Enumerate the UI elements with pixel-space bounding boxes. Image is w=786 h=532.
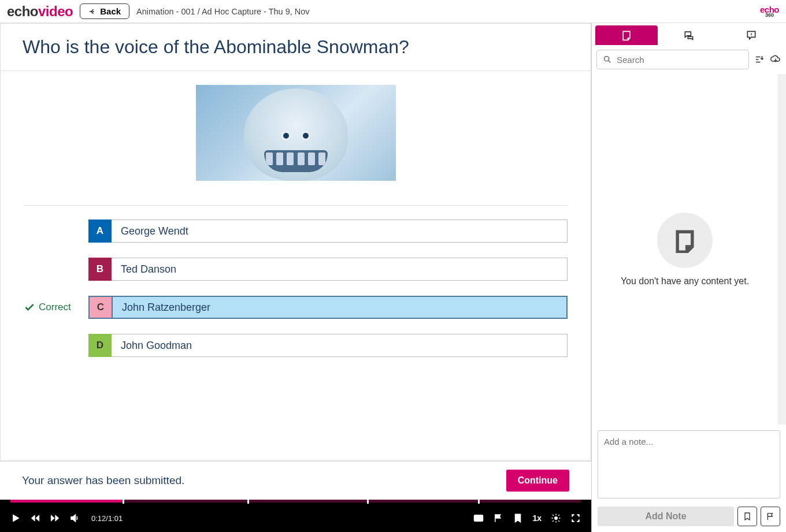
- answer-row-a[interactable]: AGeorge Wendt: [88, 220, 568, 243]
- back-button[interactable]: Back: [80, 3, 129, 19]
- progress-fill: [10, 500, 123, 503]
- search-input[interactable]: [617, 55, 743, 65]
- settings-icon[interactable]: [551, 513, 561, 523]
- fullscreen-icon[interactable]: [570, 513, 581, 523]
- tab-notes[interactable]: [595, 25, 658, 45]
- footer-message: Your answer has been submitted.: [22, 474, 184, 487]
- question-image-area: [1, 71, 591, 181]
- progress-track[interactable]: [10, 500, 581, 503]
- play-icon[interactable]: [10, 513, 21, 523]
- notes-panel: You don't have any content yet. Add Note: [592, 23, 786, 532]
- svg-text:CC: CC: [476, 517, 481, 520]
- question-footer: Your answer has been submitted. Continue: [0, 461, 591, 500]
- progress-marker[interactable]: [123, 498, 124, 504]
- flag-note-button[interactable]: [761, 507, 780, 526]
- echo360-mini-logo: echo 360: [760, 5, 779, 18]
- filter-icon[interactable]: [754, 54, 765, 65]
- notes-body: You don't have any content yet.: [592, 74, 786, 425]
- tab-discussion[interactable]: [658, 25, 720, 45]
- search-box[interactable]: [596, 50, 749, 69]
- flag-icon[interactable]: [493, 513, 503, 523]
- answer-text: George Wendt: [112, 220, 568, 243]
- bookmark-icon[interactable]: [513, 513, 523, 523]
- svg-point-2: [555, 517, 558, 520]
- video-player-bar: 0:12/1:01 CC 1x: [0, 500, 591, 532]
- answer-text: John Ratzenberger: [112, 296, 568, 319]
- arrow-left-icon: [88, 8, 97, 16]
- answer-text: Ted Danson: [112, 258, 568, 281]
- svg-point-3: [605, 57, 609, 61]
- answer-row-b[interactable]: BTed Danson: [88, 258, 568, 281]
- answer-row-c[interactable]: CorrectCJohn Ratzenberger: [88, 296, 568, 319]
- answer-text: John Goodman: [112, 334, 568, 357]
- continue-button[interactable]: Continue: [506, 470, 569, 492]
- empty-notes-icon: [657, 213, 713, 268]
- sidebar-tabs: [592, 23, 786, 45]
- progress-marker[interactable]: [367, 498, 369, 504]
- cloud-download-icon[interactable]: [770, 54, 781, 65]
- answer-letter: B: [88, 258, 112, 281]
- breadcrumb: Animation - 001 / Ad Hoc Capture - Thu 9…: [136, 7, 310, 16]
- question-panel: Who is the voice of the Abominable Snowm…: [0, 23, 591, 461]
- question-image: [196, 85, 396, 181]
- answers-list: AGeorge WendtBTed DansonCorrectCJohn Rat…: [88, 220, 568, 357]
- playback-speed[interactable]: 1x: [532, 514, 542, 523]
- answer-letter: C: [88, 296, 112, 319]
- note-textarea[interactable]: [598, 430, 780, 498]
- progress-marker[interactable]: [478, 498, 480, 504]
- bookmark-note-button[interactable]: [737, 507, 757, 526]
- answer-letter: A: [88, 220, 112, 243]
- correct-indicator: Correct: [24, 302, 71, 313]
- rewind-icon[interactable]: [30, 513, 40, 523]
- cc-icon[interactable]: CC: [473, 513, 484, 523]
- progress-marker[interactable]: [247, 498, 249, 504]
- tab-qa[interactable]: [720, 25, 783, 45]
- video-time: 0:12/1:01: [91, 514, 123, 523]
- volume-icon[interactable]: [69, 513, 80, 523]
- question-title: Who is the voice of the Abominable Snowm…: [1, 24, 591, 70]
- back-label: Back: [100, 6, 121, 16]
- top-header: echovideo Back Animation - 001 / Ad Hoc …: [0, 0, 786, 23]
- empty-notes-text: You don't have any content yet.: [621, 276, 749, 287]
- add-note-button[interactable]: Add Note: [598, 507, 734, 526]
- answer-letter: D: [88, 334, 112, 357]
- forward-icon[interactable]: [50, 513, 60, 523]
- answer-row-d[interactable]: DJohn Goodman: [88, 334, 568, 357]
- echovideo-logo: echovideo: [7, 3, 73, 20]
- search-icon: [603, 55, 612, 64]
